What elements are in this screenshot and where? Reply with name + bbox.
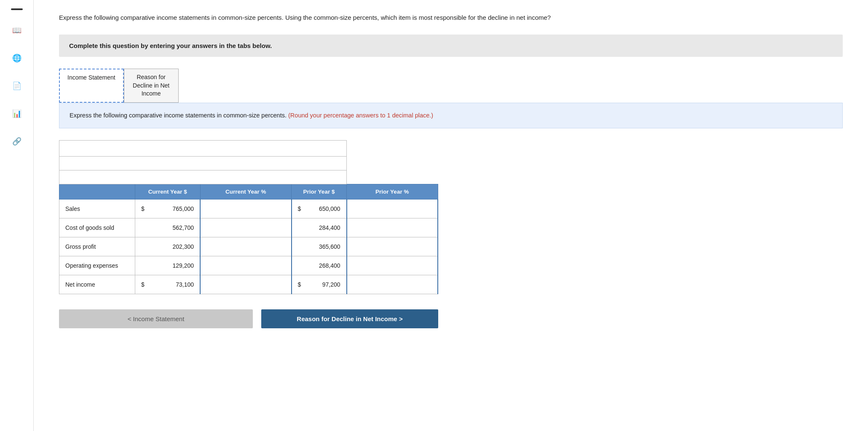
gp-curr-pct-input[interactable] xyxy=(206,241,261,253)
row-label-op-exp: Operating expenses xyxy=(59,256,135,275)
col-header-curr-dollar: Current Year $ xyxy=(135,184,201,199)
gp-curr-amount: 202,300 xyxy=(146,237,200,256)
sales-prior-pct-cell[interactable] xyxy=(347,199,438,218)
table-row: Sales $ 765,000 $ 650,000 xyxy=(59,199,438,218)
tab-note: (Round your percentage answers to 1 deci… xyxy=(288,112,433,119)
gp-prior-dollar xyxy=(292,237,303,256)
col-header-label xyxy=(59,184,135,199)
col-header-curr-pct: Current Year % xyxy=(200,184,291,199)
table-row: Cost of goods sold 562,700 284,400 xyxy=(59,218,438,237)
cogs-curr-pct-input[interactable] xyxy=(206,222,261,234)
ni-prior-pct-cell[interactable] xyxy=(347,275,438,294)
tab-reason-decline[interactable]: Reason forDecline in NetIncome xyxy=(124,69,179,103)
ni-prior-pct-input[interactable] xyxy=(353,279,408,290)
sales-curr-pct-input[interactable] xyxy=(206,203,261,215)
opex-prior-amount: 268,400 xyxy=(303,256,346,275)
sales-prior-dollar: $ xyxy=(292,199,303,218)
cogs-prior-pct-input[interactable] xyxy=(353,222,408,234)
ni-prior-dollar: $ xyxy=(292,275,303,294)
question-text: Express the following comparative income… xyxy=(59,13,843,23)
next-button[interactable]: Reason for Decline in Net Income > xyxy=(261,309,438,328)
table-row: Net income $ 73,100 $ 97,200 xyxy=(59,275,438,294)
gp-curr-pct-cell[interactable] xyxy=(200,237,291,256)
sales-prior-pct-input[interactable] xyxy=(353,203,408,215)
tab-income-statement[interactable]: Income Statement xyxy=(59,69,124,103)
gp-prior-amount: 365,600 xyxy=(303,237,346,256)
col-header-prior-dollar: Prior Year $ xyxy=(292,184,347,199)
ni-curr-dollar: $ xyxy=(135,275,146,294)
bottom-nav: < Income Statement Reason for Decline in… xyxy=(59,309,438,328)
cogs-curr-amount: 562,700 xyxy=(146,218,200,237)
main-content: Express the following comparative income… xyxy=(34,0,868,431)
gp-curr-dollar xyxy=(135,237,146,256)
opex-curr-pct-cell[interactable] xyxy=(200,256,291,275)
ni-curr-pct-input[interactable] xyxy=(206,279,261,290)
sales-curr-dollar: $ xyxy=(135,199,146,218)
income-table: GOMEZ CORPORATION Comparative Income Sta… xyxy=(59,140,438,294)
menu-icon[interactable] xyxy=(11,8,23,10)
table-subtitle: Comparative Income Statements xyxy=(59,156,347,170)
tabs-row: Income Statement Reason forDecline in Ne… xyxy=(59,69,843,103)
sales-curr-pct-cell[interactable] xyxy=(200,199,291,218)
opex-prior-pct-cell[interactable] xyxy=(347,256,438,275)
gp-prior-pct-cell[interactable] xyxy=(347,237,438,256)
opex-curr-amount: 129,200 xyxy=(146,256,200,275)
globe-icon[interactable]: 🌐 xyxy=(9,51,24,66)
col-header-prior-pct: Prior Year % xyxy=(347,184,438,199)
chart-icon[interactable]: 📊 xyxy=(9,106,24,121)
row-label-gross-profit: Gross profit xyxy=(59,237,135,256)
cogs-prior-amount: 284,400 xyxy=(303,218,346,237)
ni-curr-pct-cell[interactable] xyxy=(200,275,291,294)
cogs-curr-dollar xyxy=(135,218,146,237)
table-row: Operating expenses 129,200 268,400 xyxy=(59,256,438,275)
sidebar: 📖 🌐 📄 📊 🔗 xyxy=(0,0,34,431)
cogs-prior-dollar xyxy=(292,218,303,237)
row-label-sales: Sales xyxy=(59,199,135,218)
tab-content-area: Express the following comparative income… xyxy=(59,103,843,128)
table-company-name: GOMEZ CORPORATION xyxy=(59,140,347,156)
instruction-label: Complete this question by entering your … xyxy=(69,42,833,49)
instruction-box: Complete this question by entering your … xyxy=(59,35,843,57)
table-section: GOMEZ CORPORATION Comparative Income Sta… xyxy=(59,140,843,294)
ni-curr-amount: 73,100 xyxy=(146,275,200,294)
document-icon[interactable]: 📄 xyxy=(9,78,24,93)
sales-curr-amount: 765,000 xyxy=(146,199,200,218)
book-icon[interactable]: 📖 xyxy=(9,23,24,38)
opex-curr-pct-input[interactable] xyxy=(206,260,261,271)
sales-prior-amount: 650,000 xyxy=(303,199,346,218)
references-icon[interactable]: 🔗 xyxy=(9,134,24,149)
table-period: For Years Ended December 31 xyxy=(59,170,347,184)
row-label-cogs: Cost of goods sold xyxy=(59,218,135,237)
ni-prior-amount: 97,200 xyxy=(303,275,346,294)
prev-button[interactable]: < Income Statement xyxy=(59,309,253,328)
cogs-curr-pct-cell[interactable] xyxy=(200,218,291,237)
cogs-prior-pct-cell[interactable] xyxy=(347,218,438,237)
opex-prior-dollar xyxy=(292,256,303,275)
opex-prior-pct-input[interactable] xyxy=(353,260,408,271)
row-label-net-income: Net income xyxy=(59,275,135,294)
table-row: Gross profit 202,300 365,600 xyxy=(59,237,438,256)
tab-main-text: Express the following comparative income… xyxy=(70,112,287,119)
gp-prior-pct-input[interactable] xyxy=(353,241,408,253)
opex-curr-dollar xyxy=(135,256,146,275)
